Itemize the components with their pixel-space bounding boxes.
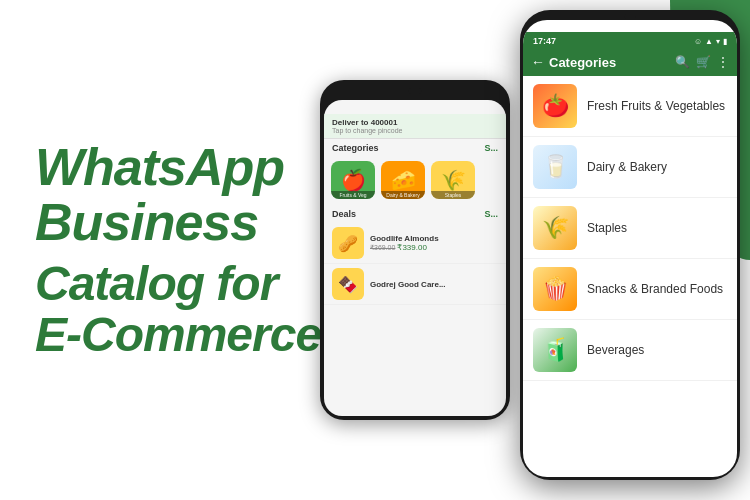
category-item-staples[interactable]: 🌾 Staples — [523, 198, 737, 259]
category-item-snacks[interactable]: 🍿 Snacks & Branded Foods — [523, 259, 737, 320]
status-bar: 17:47 ☺ ▲ ▾ ▮ — [523, 32, 737, 50]
header-left: ← Categories — [531, 54, 616, 70]
search-icon[interactable]: 🔍 — [675, 55, 690, 69]
deals-item-almonds[interactable]: 🥜 Goodlife Almonds ₹369.00 ₹339.00 — [324, 223, 506, 264]
staples-label: Staples — [587, 221, 627, 235]
left-text-area: WhatsApp Business Catalog for E-Commerce — [0, 110, 370, 390]
category-item-dairy[interactable]: 🥛 Dairy & Bakery — [523, 137, 737, 198]
background-phone: Deliver to 400001 Tap to change pincode … — [320, 80, 510, 420]
second-item-name: Godrej Good Care... — [370, 280, 498, 289]
delivery-location: Deliver to 400001 — [332, 118, 498, 127]
bg-categories-header: Categories S... — [324, 139, 506, 157]
status-icons: ☺ ▲ ▾ ▮ — [694, 37, 727, 46]
bg-cat-chip-fruits[interactable]: 🍎 Fruits & Veg — [330, 161, 376, 199]
bg-cat-dairy-img: 🧀 Dairy & Bakery — [381, 161, 425, 199]
fruits-label: Fresh Fruits & Vegetables — [587, 99, 725, 113]
snacks-label: Snacks & Branded Foods — [587, 282, 723, 296]
category-item-fruits[interactable]: 🍅 Fresh Fruits & Vegetables — [523, 76, 737, 137]
delivery-bar: Deliver to 400001 Tap to change pincode — [324, 114, 506, 139]
second-item-image: 🍫 — [332, 268, 364, 300]
app-header: ← Categories 🔍 🛒 ⋮ — [523, 50, 737, 76]
dairy-label: Dairy & Bakery — [587, 160, 667, 174]
beverages-label: Beverages — [587, 343, 644, 357]
signal-icon: ▲ — [705, 37, 713, 46]
app-header-title: Categories — [549, 55, 616, 70]
almonds-name: Goodlife Almonds — [370, 234, 498, 243]
bg-cat-staples-img: 🌾 Staples — [431, 161, 475, 199]
back-button[interactable]: ← — [531, 54, 545, 70]
almonds-image: 🥜 — [332, 227, 364, 259]
whatsapp-status-icon: ☺ — [694, 37, 702, 46]
delivery-sub: Tap to change pincode — [332, 127, 498, 134]
almonds-info: Goodlife Almonds ₹369.00 ₹339.00 — [370, 234, 498, 252]
deals-item-second[interactable]: 🍫 Godrej Good Care... — [324, 264, 506, 305]
phones-area: Deliver to 400001 Tap to change pincode … — [320, 0, 750, 500]
bg-cat-chip-staples[interactable]: 🌾 Staples — [430, 161, 476, 199]
header-right: 🔍 🛒 ⋮ — [675, 55, 729, 69]
snacks-thumbnail: 🍿 — [533, 267, 577, 311]
bg-deals-header: Deals S... — [324, 205, 506, 223]
wifi-icon: ▾ — [716, 37, 720, 46]
status-time: 17:47 — [533, 36, 556, 46]
more-options-icon[interactable]: ⋮ — [717, 55, 729, 69]
bg-categories-title: Categories — [332, 143, 379, 153]
staples-thumbnail: 🌾 — [533, 206, 577, 250]
bg-category-chips: 🍎 Fruits & Veg 🧀 Dairy & Bakery 🌾 — [324, 157, 506, 203]
almonds-old-price: ₹369.00 — [370, 244, 395, 251]
bg-cat-fruits-img: 🍎 Fruits & Veg — [331, 161, 375, 199]
almonds-new-price: ₹339.00 — [397, 243, 426, 252]
bg-phone-notch — [408, 88, 422, 94]
bg-deals-title: Deals — [332, 209, 356, 219]
bg-cat-chip-dairy[interactable]: 🧀 Dairy & Bakery — [380, 161, 426, 199]
main-title-line1: WhatsApp Business — [35, 140, 340, 249]
page-container: WhatsApp Business Catalog for E-Commerce… — [0, 0, 750, 500]
main-phone: 17:47 ☺ ▲ ▾ ▮ ← Categories 🔍 — [520, 10, 740, 480]
battery-icon: ▮ — [723, 37, 727, 46]
dairy-thumbnail: 🥛 — [533, 145, 577, 189]
almonds-price: ₹369.00 ₹339.00 — [370, 243, 498, 252]
fruits-thumbnail: 🍅 — [533, 84, 577, 128]
main-title-line2: Catalog for E-Commerce — [35, 259, 340, 360]
bg-deals-see-all[interactable]: S... — [484, 209, 498, 219]
second-item-info: Godrej Good Care... — [370, 280, 498, 289]
main-phone-screen: 17:47 ☺ ▲ ▾ ▮ ← Categories 🔍 — [523, 20, 737, 477]
category-item-beverages[interactable]: 🧃 Beverages — [523, 320, 737, 381]
beverages-thumbnail: 🧃 — [533, 328, 577, 372]
cart-icon[interactable]: 🛒 — [696, 55, 711, 69]
bg-phone-screen: Deliver to 400001 Tap to change pincode … — [324, 100, 506, 416]
main-phone-notch — [624, 14, 636, 19]
bg-see-all[interactable]: S... — [484, 143, 498, 153]
category-list: 🍅 Fresh Fruits & Vegetables 🥛 Dairy & Ba… — [523, 76, 737, 381]
